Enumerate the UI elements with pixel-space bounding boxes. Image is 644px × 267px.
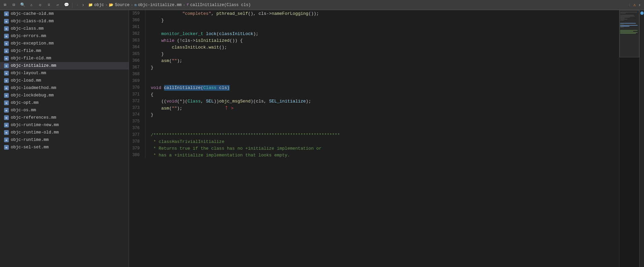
line-number: 380 [129,152,145,158]
code-content: { [145,91,619,98]
warning-icon[interactable]: ⚠ [28,2,34,8]
code-row: 370void callInitialize(Class cls) [129,84,619,91]
bc-func[interactable]: f callInitialize(Class cls) [187,3,251,7]
code-content [145,125,619,131]
sidebar-file-item[interactable]: mobjc-loadmethod.mm [0,84,129,92]
file-label: objc-file-old.mm [11,56,51,61]
file-icon-mm: m [4,63,9,68]
bc-folder-icon: 📂 [109,3,114,7]
code-row: 365 } [129,51,619,57]
code-content: } [145,64,619,71]
code-content: * has a +initialize implementation that … [145,152,619,158]
file-icon-mm: m [4,71,9,76]
nav-back-button[interactable]: ‹ [75,2,80,8]
search-icon[interactable]: 🔍 [20,2,26,8]
line-number: 367 [129,64,145,71]
tag-icon[interactable]: ▱ [55,2,61,8]
sidebar-file-item[interactable]: mobjc-initialize.mm [0,62,129,69]
comment-icon[interactable]: 💬 [63,2,69,8]
sidebar-file-item[interactable]: mobjc-sel-set.mm [0,144,129,151]
file-label: objc-file.mm [11,49,41,53]
code-row: 368 [129,71,619,78]
code-content: * Returns true if the class has no +init… [145,145,619,152]
sidebar-file-item[interactable]: mobjc-references.mm [0,114,129,121]
code-content: asm(""); ↑ > [145,105,619,111]
file-label: objc-layout.mm [11,71,46,76]
code-content [145,118,619,125]
line-number: 370 [129,84,145,91]
code-table: 359 "completes", pthread_self(), cls->na… [129,10,619,158]
bc-file[interactable]: m objc-initialize.mm [134,3,182,7]
line-number: 371 [129,91,145,98]
sep1 [72,2,72,8]
file-icon-mm: m [4,49,9,53]
nav-right-button[interactable]: › [637,2,642,8]
file-label: objc-runtime-new.mm [11,123,59,127]
sidebar-file-item[interactable]: mobjc-cache-old.mm [0,10,129,18]
layout-icon[interactable]: ⊟ [11,2,17,8]
bc-project[interactable]: 📁 objc [88,3,104,7]
minimap-content [619,10,639,35]
line-number: 359 [129,10,145,17]
line-number: 375 [129,118,145,125]
code-row: 369 [129,78,619,84]
minimap[interactable] [619,10,639,267]
line-number: 369 [129,78,145,84]
line-number: 376 [129,125,145,131]
file-icon-mm: m [4,130,9,135]
code-row: 359 "completes", pthread_self(), cls->na… [129,10,619,17]
sidebar-file-item[interactable]: mobjc-class-old.mm [0,18,129,25]
code-content: * classHasTrivialInitialize [145,138,619,145]
code-content: monitor_locker_t lock(classInitLock); [145,30,619,37]
file-label: objc-opt.mm [11,100,39,105]
sidebar-file-item[interactable]: mobjc-runtime.mm [0,136,129,144]
bc-folder[interactable]: 📂 Source [109,3,129,7]
sidebar-file-item[interactable]: mobjc-class.mm [0,25,129,32]
sidebar-file-item[interactable]: mobjc-runtime-old.mm [0,129,129,136]
file-label: objc-loadmethod.mm [11,86,56,90]
line-number: 374 [129,111,145,118]
code-row: 364 classInitLock.wait(); [129,44,619,51]
file-icon-mm: m [4,138,9,142]
file-label: objc-runtime-old.mm [11,130,59,135]
sidebar-file-item[interactable]: mobjc-opt.mm [0,99,129,107]
bc-file-label: objc-initialize.mm [138,3,182,7]
nav-left-button[interactable]: ‹ [627,2,632,8]
file-icon-mm: m [4,34,9,38]
bookmark-icon[interactable]: ◇ [37,2,43,8]
sidebar-file-item[interactable]: mobjc-file-old.mm [0,55,129,62]
right-panel [639,10,644,267]
file-label: objc-os.mm [11,108,36,113]
toolbar-right: ‹ ⚠ › [627,2,642,8]
sidebar-file-item[interactable]: mobjc-runtime-new.mm [0,121,129,129]
file-icon-mm: m [4,26,9,31]
code-row: 363 while (!cls->isInitialized()) { [129,37,619,44]
bc-func-icon: f [187,3,189,7]
nav-forward-button[interactable]: › [80,2,85,8]
main-area: mobjc-cache-old.mmmobjc-class-old.mmmobj… [0,10,644,267]
sidebar-file-item[interactable]: mobjc-lockdebug.mm [0,92,129,99]
sidebar-file-item[interactable]: mobjc-errors.mm [0,32,129,40]
bc-project-label: objc [94,3,104,7]
sidebar-file-item[interactable]: mobjc-exception.mm [0,40,129,47]
code-content: void callInitialize(Class cls) [145,84,619,91]
file-label: objc-load.mm [11,78,41,83]
grid-icon[interactable]: ⊞ [2,2,8,8]
list-icon[interactable]: ≡ [46,2,52,8]
line-number: 373 [129,105,145,111]
line-number: 365 [129,51,145,57]
file-label: objc-lockdebug.mm [11,93,54,98]
bc-sep3: › [183,3,185,7]
bc-project-icon: 📁 [88,3,93,7]
code-content [145,71,619,78]
code-editor[interactable]: 359 "completes", pthread_self(), cls->na… [129,10,619,267]
sidebar-file-item[interactable]: mobjc-layout.mm [0,69,129,77]
bc-file-icon: m [134,3,137,7]
file-icon-mm: m [4,100,9,105]
code-row: 376 [129,125,619,131]
sidebar-file-item[interactable]: mobjc-load.mm [0,77,129,84]
sidebar-file-item[interactable]: mobjc-file.mm [0,47,129,55]
bc-sep1: › [105,3,108,7]
file-label: objc-exception.mm [11,41,54,46]
sidebar-file-item[interactable]: mobjc-os.mm [0,107,129,114]
